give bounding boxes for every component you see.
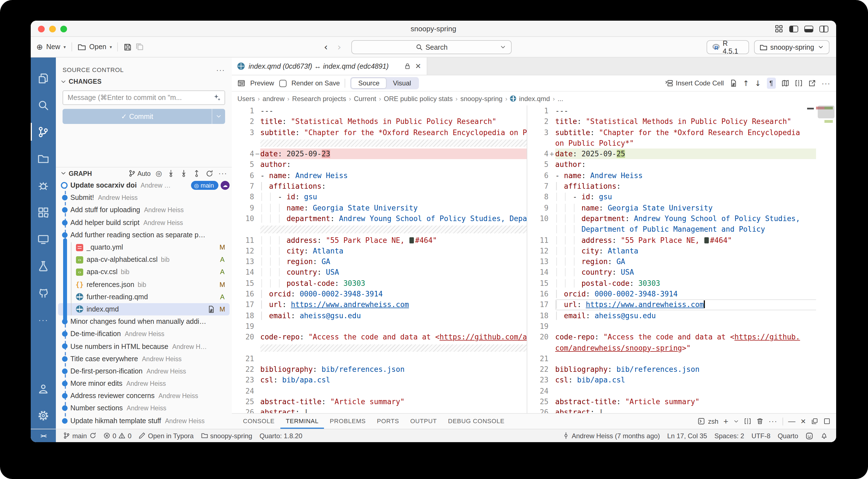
code-line[interactable]: 21 [527,353,836,364]
open-external-icon[interactable] [808,79,816,87]
search-input[interactable]: Search [351,40,512,54]
code-line[interactable]: 24 [527,385,836,396]
code-line[interactable]: 9 name: Georgia State University [232,202,527,213]
code-line[interactable]: 15 postal-code: 30303 [527,278,836,289]
close-panel-icon[interactable]: ✕ [800,417,806,425]
code-line[interactable]: 26abstract: | [527,407,836,413]
split-terminal-icon[interactable] [744,418,751,425]
activity-bar-more[interactable]: ··· [31,306,56,333]
commit-row[interactable]: Add further reading section as separate … [58,229,229,241]
language-mode-status[interactable]: Quarto [778,432,798,440]
breadcrumb-item[interactable]: index.qmd [519,95,550,102]
overview-ruler[interactable] [816,105,836,413]
kill-terminal-icon[interactable] [756,418,764,425]
preview-icon[interactable] [238,79,245,87]
commit-row[interactable]: Minor changes found when manually addi… [58,315,229,328]
target-icon[interactable]: ◎ [156,169,162,178]
code-line[interactable]: 24 [232,385,527,396]
commit-message-input[interactable] [63,90,225,105]
commit-row[interactable]: Add stuff for uploadingAndrew Heiss [58,204,229,216]
code-line[interactable]: 23csl: bib/apa.csl [232,375,527,386]
code-line[interactable]: 3subtitle: "Chapter for the *Oxford Rese… [527,127,836,138]
problems-status[interactable]: 0 0 [103,432,131,440]
notifications-icon[interactable] [820,432,828,439]
panel-tab-terminal[interactable]: TERMINAL [280,414,324,429]
arrow-up-icon[interactable]: ↑ [743,79,749,88]
code-line[interactable]: 9 name: Georgia State University [527,202,836,213]
changed-file-row[interactable]: index.qmdM [58,303,229,315]
code-line[interactable]: 12 city: Atlanta [527,246,836,257]
activity-bar-sessions[interactable] [31,226,56,252]
remote-indicator[interactable]: >< [31,429,56,442]
code-line[interactable]: 20code-repo: "Access the code and data a… [527,331,836,343]
visual-mode-button[interactable]: Visual [386,78,418,88]
code-line[interactable]: 14 country: USA [527,267,836,278]
breadcrumb-item[interactable]: Research projects [292,95,346,102]
code-line[interactable]: 1--- [232,105,527,117]
breadcrumb-item[interactable]: andrew [262,95,285,102]
activity-bar-account[interactable] [31,375,56,402]
code-line[interactable]: 4−date: 2025-09-23 [232,149,527,159]
render-on-save-checkbox[interactable] [279,79,286,87]
code-line[interactable]: 3subtitle: "Chapter for the *Oxford Rese… [232,127,527,138]
commit-row[interactable]: Address reviewer concernsAndrew Heiss [58,390,229,402]
activity-bar-folders[interactable] [31,145,56,172]
encoding-status[interactable]: UTF-8 [751,432,771,440]
code-line[interactable]: 17 url: https://www.andrewheiss.com [527,299,836,310]
open-changes-icon[interactable] [207,306,215,313]
more-actions-icon[interactable]: ··· [769,417,777,425]
commit-row[interactable]: Update hikmah template stuffAndrew Heiss [58,415,229,427]
code-line[interactable]: 18 email: aheiss@gsu.edu [527,310,836,321]
changes-section-header[interactable]: CHANGES [56,75,232,88]
activity-bar-testing[interactable] [31,252,56,279]
code-line[interactable]: 25abstract-title: "Article summary" [527,396,836,407]
feedback-icon[interactable] [805,432,813,440]
scrollbar-thumb[interactable] [818,105,835,118]
code-line[interactable]: 7 affiliations: [232,181,527,192]
commit-row[interactable]: Submit!Andrew Heiss [58,191,229,204]
commit-row[interactable]: De-first-person-ificationAndrew Heiss [58,365,229,377]
breadcrumb-item[interactable]: snoopy-spring [460,95,502,102]
save-all-icon[interactable] [135,42,145,51]
changed-file-row[interactable]: apa-cv-alphabetical.cslbibA [58,253,229,266]
changed-file-row[interactable]: further-reading.qmdA [58,291,229,303]
panel-tab-console[interactable]: CONSOLE [238,414,280,429]
changed-file-row[interactable]: _quarto.ymlM [58,241,229,253]
open-button[interactable]: Open ▾ [72,43,118,51]
activity-bar-extensions[interactable] [31,199,56,226]
project-button[interactable]: snoopy-spring [754,40,830,54]
git-blame-status[interactable]: Andrew Heiss (7 months ago) [562,432,660,440]
code-line[interactable]: 13 region: GA [527,256,836,267]
code-line[interactable]: 25abstract-title: "Article summary" [232,396,527,407]
terminal-selector[interactable]: zsh [698,417,718,425]
panel-tab-ports[interactable]: PORTS [371,414,405,429]
code-line[interactable]: 12 city: Atlanta [232,246,527,257]
code-line[interactable]: 11 address: "55 Park Place NE, #464" [232,235,527,246]
code-line[interactable]: 16 orcid: 0000-0002-3948-3914 [232,289,527,299]
code-line[interactable]: 17 url: https://www.andrewheiss.com [232,299,527,310]
more-actions-icon[interactable]: ··· [218,169,227,178]
toggle-sidebar-icon[interactable] [789,25,798,32]
activity-bar-search[interactable] [31,92,56,118]
save-icon[interactable] [124,43,132,51]
open-in-typora-button[interactable]: Open in Typora [139,432,194,440]
code-line[interactable]: 6- name: Andrew Heiss [527,170,836,181]
indentation-status[interactable]: Spaces: 2 [714,432,744,440]
code-line[interactable]: 6- name: Andrew Heiss [232,170,527,181]
code-line[interactable]: on Public Policy*" [527,138,836,149]
source-mode-button[interactable]: Source [351,78,386,88]
project-status[interactable]: snoopy-spring [201,432,252,440]
breadcrumb-item[interactable]: Current [354,95,376,102]
new-button[interactable]: ⊕ New ▾ [31,42,71,51]
split-editor-icon[interactable] [795,79,803,87]
collapsed-region-marker[interactable] [807,108,814,109]
r-session-button[interactable]: R R 4.5.1 [707,40,749,54]
code-line[interactable]: 18 email: aheiss@gsu.edu [232,310,527,321]
code-line[interactable]: 15 postal-code: 30303 [232,278,527,289]
quarto-version-status[interactable]: Quarto: 1.8.20 [259,432,302,440]
code-line[interactable]: 20code-repo: "Access the code and data a… [232,331,527,343]
git-pull-icon[interactable] [180,169,188,177]
code-line[interactable]: 19 [232,321,527,332]
changed-file-row[interactable]: references.jsonbibM [58,278,229,291]
code-line[interactable]: 2title: "Statistical Methods in Public P… [527,117,836,127]
